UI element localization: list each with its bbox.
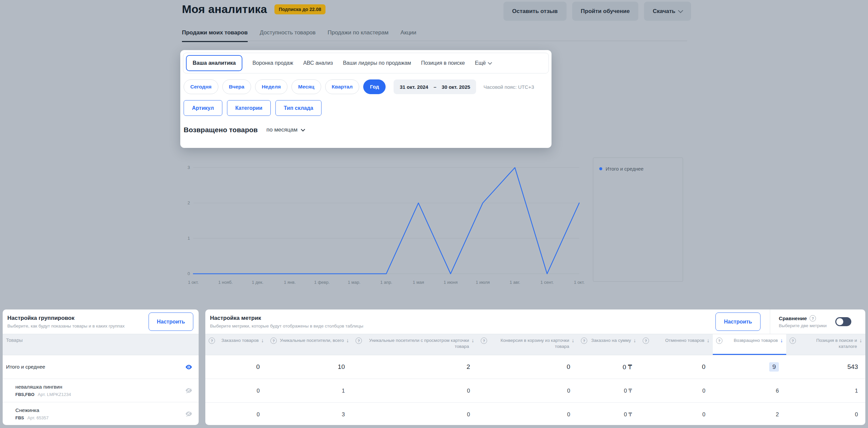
- help-icon[interactable]: ?: [716, 338, 722, 344]
- product-meta: FBS Арт. 65357: [16, 415, 49, 420]
- sort-arrow-icon[interactable]: ↓: [859, 338, 862, 343]
- help-icon[interactable]: ?: [643, 338, 649, 344]
- cell: 2: [713, 403, 786, 425]
- total-row: Итого и среднее: [3, 355, 199, 378]
- filter-warehouse-type-button[interactable]: Тип склада: [275, 100, 321, 116]
- filter-categories-button[interactable]: Категории: [227, 100, 271, 116]
- date-range-picker[interactable]: 31 окт. 2024 – 30 окт. 2025: [394, 80, 476, 94]
- eye-hidden-icon[interactable]: [185, 410, 193, 418]
- period-today[interactable]: Сегодня: [184, 80, 218, 94]
- groupings-card: Настройка группировок Выберите, как буду…: [3, 309, 199, 425]
- metrics-configure-button[interactable]: Настроить: [715, 312, 760, 331]
- svg-text:1 янв.: 1 янв.: [284, 280, 296, 285]
- sort-arrow-icon[interactable]: ↓: [571, 338, 574, 343]
- period-month[interactable]: Месяц: [291, 80, 321, 94]
- column-header-returned-items[interactable]: ?Возвращено товаров↓: [713, 334, 786, 355]
- chart-title: Возвращено товаров: [184, 126, 258, 134]
- main-tabs: Продажи моих товаров Доступность товаров…: [182, 29, 416, 42]
- groupings-configure-button[interactable]: Настроить: [149, 312, 193, 331]
- sort-arrow-icon[interactable]: ↓: [780, 338, 783, 343]
- subtab-sales-leaders[interactable]: Ваши лидеры по продажам: [343, 60, 411, 66]
- help-icon[interactable]: ?: [789, 338, 796, 344]
- period-quarter[interactable]: Квартал: [325, 80, 360, 94]
- cell: 543: [786, 355, 865, 378]
- cell: 0: [352, 379, 477, 402]
- metrics-row: 0 1 0 0 0 ₸ 0 6 1: [205, 378, 865, 402]
- cell: 0: [639, 403, 713, 425]
- cell: 2: [352, 355, 477, 378]
- groupings-subtitle: Выберите, как будут показаны товары и в …: [7, 324, 125, 329]
- eye-visible-icon[interactable]: [185, 363, 193, 371]
- period-week[interactable]: Неделя: [255, 80, 287, 94]
- sort-arrow-icon[interactable]: ↓: [707, 338, 709, 343]
- column-header-ordered-items[interactable]: ?Заказано товаров↓: [205, 334, 267, 355]
- download-button[interactable]: Скачать: [644, 2, 691, 21]
- page-title: Моя аналитика: [182, 3, 267, 16]
- product-sku: Арт. 65357: [27, 415, 49, 420]
- tab-product-availability[interactable]: Доступность товаров: [260, 29, 315, 42]
- sort-arrow-icon[interactable]: ↓: [346, 338, 349, 343]
- compare-block: Сравнение ? Выберите две метрики: [779, 315, 860, 328]
- metrics-row: 0 3 0 0 0 ₸ 0 2 0: [205, 402, 865, 425]
- cell: 1: [267, 379, 352, 402]
- feedback-button-label: Оставить отзыв: [512, 8, 558, 15]
- legend-item-total[interactable]: Итого и среднее: [599, 166, 683, 172]
- metrics-card: Настройка метрик Выберите метрики, котор…: [205, 309, 865, 425]
- column-header-cancelled-items[interactable]: ?Отменено товаров↓: [639, 334, 713, 355]
- feedback-button[interactable]: Оставить отзыв: [503, 2, 566, 21]
- product-name: Снежинка: [16, 407, 49, 413]
- cell: 0: [639, 379, 713, 402]
- sort-arrow-icon[interactable]: ↓: [261, 338, 264, 343]
- help-icon[interactable]: ?: [271, 338, 277, 344]
- filter-sku-button[interactable]: Артикул: [184, 100, 222, 116]
- help-icon[interactable]: ?: [481, 338, 487, 344]
- subscription-badge: Подписка до 22.08: [274, 4, 326, 14]
- chart-legend: Итого и среднее: [593, 158, 683, 282]
- date-separator: –: [434, 84, 436, 90]
- compare-label: Сравнение: [779, 315, 807, 322]
- period-year[interactable]: Год: [363, 80, 385, 94]
- period-yesterday[interactable]: Вчера: [222, 80, 251, 94]
- compare-toggle[interactable]: [835, 317, 851, 326]
- returns-line-chart: 01231 окт.1 нояб.1 дек.1 янв.1 февр.1 ма…: [182, 161, 589, 289]
- svg-text:1 февр.: 1 февр.: [314, 280, 330, 285]
- header-actions: Оставить отзыв Пройти обучение Скачать: [503, 2, 691, 21]
- column-header-search-position[interactable]: ?Позиция в поиске и каталоге↓: [786, 334, 865, 355]
- metrics-title: Настройка метрик: [210, 315, 363, 322]
- subtab-your-analytics[interactable]: Ваша аналитика: [186, 55, 242, 71]
- sort-arrow-icon[interactable]: ↓: [471, 338, 474, 343]
- metrics-header: Настройка метрик Выберите метрики, котор…: [205, 309, 865, 334]
- eye-hidden-icon[interactable]: [185, 387, 193, 394]
- subtab-sales-funnel[interactable]: Воронка продаж: [252, 60, 293, 66]
- tab-promos[interactable]: Акции: [401, 29, 416, 42]
- column-header-card-viewers[interactable]: ?Уникальные посетители с просмотром карт…: [352, 334, 477, 355]
- product-sku: Арт. LMPKZ1234: [38, 392, 71, 397]
- tab-cluster-sales[interactable]: Продажи по кластерам: [328, 29, 388, 42]
- help-icon[interactable]: ?: [581, 338, 587, 344]
- cell: 0 ₸: [578, 379, 639, 402]
- subtab-more[interactable]: Ещё: [475, 60, 492, 66]
- cell: 0: [477, 403, 578, 425]
- help-icon[interactable]: ?: [355, 338, 362, 344]
- sort-arrow-icon[interactable]: ↓: [633, 338, 636, 343]
- product-meta: FBS,FBO Арт. LMPKZ1234: [16, 392, 71, 397]
- cell: 1: [786, 379, 865, 402]
- help-icon[interactable]: ?: [810, 315, 816, 322]
- column-header-ordered-amount[interactable]: ?Заказано на сумму↓: [578, 334, 639, 355]
- svg-text:1 апр.: 1 апр.: [380, 280, 392, 285]
- metrics-header-right: Настроить Сравнение ? Выберите две метри…: [715, 309, 860, 334]
- tab-my-products-sales[interactable]: Продажи моих товаров: [182, 29, 248, 42]
- column-header-unique-visitors[interactable]: ?Уникальные посетители, всего↓: [267, 334, 352, 355]
- chart-grouping-dropdown[interactable]: по месяцам: [267, 126, 305, 133]
- subtab-abc-analysis[interactable]: АВС анализ: [303, 60, 333, 66]
- cell-returned-highlight: 9: [713, 355, 786, 378]
- cell: 0 ₸: [578, 355, 639, 378]
- legend-label: Итого и среднее: [606, 166, 644, 172]
- column-header-cart-conversion[interactable]: ?Конверсия в корзину из карточки товара↓: [477, 334, 578, 355]
- svg-text:1 мая: 1 мая: [413, 280, 424, 285]
- date-to: 30 окт. 2025: [442, 84, 470, 90]
- subtab-search-position[interactable]: Позиция в поиске: [421, 60, 465, 66]
- training-button[interactable]: Пройти обучение: [572, 2, 639, 21]
- help-icon[interactable]: ?: [209, 338, 215, 344]
- chevron-down-icon: [301, 127, 305, 131]
